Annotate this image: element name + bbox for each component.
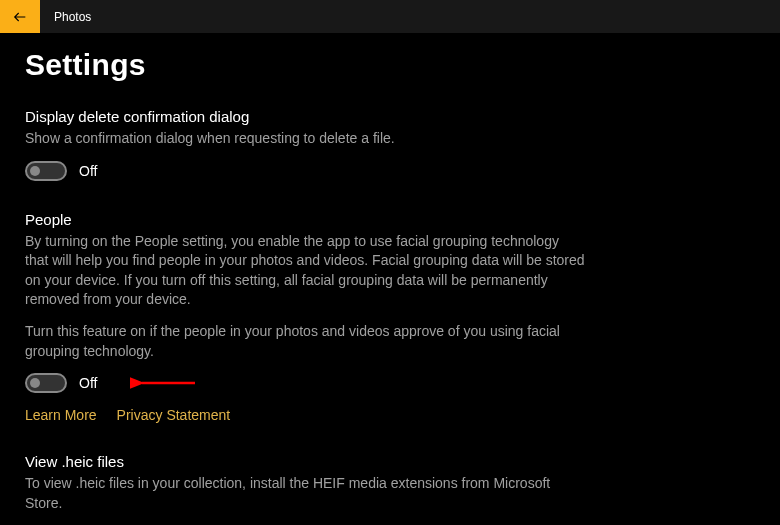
delete-confirm-toggle-label: Off [79, 163, 97, 179]
delete-confirm-toggle[interactable] [25, 161, 67, 181]
people-desc: By turning on the People setting, you en… [25, 232, 585, 310]
app-title: Photos [54, 10, 91, 24]
heic-section: View .heic files To view .heic files in … [25, 453, 780, 525]
heic-title: View .heic files [25, 453, 780, 470]
back-arrow-icon [12, 9, 28, 25]
delete-confirm-toggle-row: Off [25, 161, 780, 181]
toggle-knob [30, 166, 40, 176]
arrow-annotation-icon [130, 373, 200, 393]
people-toggle-label: Off [79, 375, 97, 391]
privacy-statement-link[interactable]: Privacy Statement [117, 407, 231, 423]
people-toggle[interactable] [25, 373, 67, 393]
heic-desc: To view .heic files in your collection, … [25, 474, 585, 513]
people-title: People [25, 211, 780, 228]
delete-confirm-desc: Show a confirmation dialog when requesti… [25, 129, 585, 149]
people-links: Learn More Privacy Statement [25, 407, 780, 423]
page-title: Settings [25, 48, 780, 82]
delete-confirm-section: Display delete confirmation dialog Show … [25, 108, 780, 181]
toggle-knob [30, 378, 40, 388]
title-bar: Photos [0, 0, 780, 33]
delete-confirm-title: Display delete confirmation dialog [25, 108, 780, 125]
back-button[interactable] [0, 0, 40, 33]
content-area: Settings Display delete confirmation dia… [0, 33, 780, 525]
people-desc2: Turn this feature on if the people in yo… [25, 322, 585, 361]
people-toggle-row: Off [25, 373, 780, 393]
people-section: People By turning on the People setting,… [25, 211, 780, 424]
learn-more-link[interactable]: Learn More [25, 407, 97, 423]
